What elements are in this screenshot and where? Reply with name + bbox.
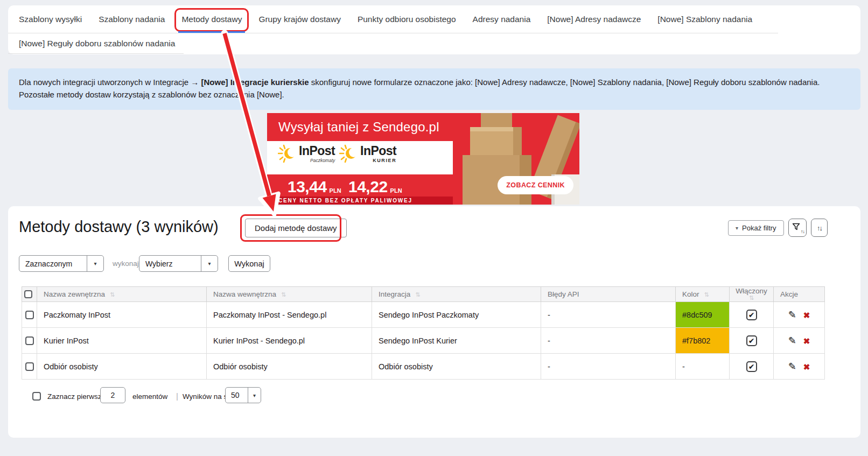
cell-integration: Sendego InPost Kurier [372,328,541,354]
inpost-sun-icon [339,144,359,164]
delivery-methods-panel: Metody dostawy (3 wyników) Dodaj metodę … [8,206,860,438]
tab-row2-divider [8,53,184,54]
cell-external-name: Odbiór osobisty [37,354,207,380]
inpost-sun-icon [278,144,297,164]
column-header-actions: Akcje [774,287,825,302]
row-checkbox[interactable] [25,362,34,371]
edit-icon[interactable]: ✎ [788,361,796,372]
cell-internal-name: Odbiór osobisty [207,354,372,380]
tab-grupy-krajow-dostawy[interactable]: Grupy krajów dostawy [258,5,340,33]
footer-separator: | [176,391,178,401]
delivery-methods-table: Nazwa zewnętrzna⇅ Nazwa wewnętrzna⇅ Inte… [22,286,824,380]
sort-icon[interactable]: ⇅ [704,291,709,298]
table-row: Paczkomaty InPost Paczkomaty InPost - Se… [22,302,825,328]
price-currency: PLN [390,187,402,194]
price-amount: 13,44 [288,179,327,195]
inpost-paczkomaty-logo: InPost Paczkomaty [278,144,335,164]
table-row: Odbiór osobisty Odbiór osobisty Odbiór o… [22,354,825,380]
tab-metody-dostawy[interactable]: Metody dostawy [181,5,242,33]
caret-down-icon: ▾ [87,256,103,271]
cell-integration: Sendego InPost Paczkomaty [372,302,541,328]
enabled-checkbox[interactable]: ✔ [746,310,757,320]
show-filters-button[interactable]: ▾ Pokaż filtry [728,220,784,236]
execute-button[interactable]: Wykonaj [228,255,270,272]
column-header-api-errors: Błędy API [541,287,676,302]
inpost-kurier-logo: InPost KURIER [339,144,396,164]
sort-icon[interactable]: ⇅ [110,291,115,298]
check-icon: ✔ [748,362,755,371]
column-header-external-name[interactable]: Nazwa zewnętrzna⇅ [37,287,207,302]
info-banner-text-bold: [Nowe] Integracje kurierskie [201,78,309,87]
tab-nowe-reguly-doboru[interactable]: [Nowe] Reguły doboru szablonów nadania [19,33,175,54]
sort-icon[interactable]: ⇅ [415,291,420,298]
delete-icon[interactable]: ✖ [803,336,810,346]
tab-szablony-wysylki[interactable]: Szablony wysyłki [19,5,82,33]
inpost-logo-text: InPost [299,145,335,157]
caret-down-icon: ▾ [201,256,218,271]
info-banner: Dla nowych integracji utworzonych w Inte… [8,68,860,110]
column-header-color[interactable]: Kolor⇅ [676,287,730,302]
add-delivery-method-button[interactable]: Dodaj metodę dostawy [245,219,347,237]
tabs-row-2: [Nowe] Reguły doboru szablonów nadania [8,33,860,54]
edit-icon[interactable]: ✎ [788,335,796,346]
tab-nowe-szablony-nadania[interactable]: [Nowe] Szablony nadania [657,5,752,33]
edit-icon[interactable]: ✎ [788,310,796,320]
inpost-logo-sub: Paczkomaty [310,158,335,163]
filter-sort-button[interactable]: ↑↓ [788,219,807,237]
per-page-select[interactable]: 50 ▾ [225,387,261,403]
select-first-checkbox[interactable] [32,392,41,401]
table-header-row: Nazwa zewnętrzna⇅ Nazwa wewnętrzna⇅ Inte… [22,287,825,302]
row-checkbox[interactable] [25,311,34,319]
elements-label: elementów [132,392,167,401]
row-checkbox[interactable] [25,336,34,345]
column-header-integration[interactable]: Integracja⇅ [372,287,541,302]
enabled-checkbox[interactable]: ✔ [746,361,757,372]
inpost-logo-text: InPost [360,145,396,157]
per-page-value: 50 [226,391,240,399]
bulk-action-value: Wybierz [139,259,172,268]
cell-internal-name: Kurier InPost - Sendego.pl [207,328,372,354]
tabs-card: Szablony wysyłki Szablony nadania Metody… [8,5,860,54]
cell-color: #8dc509 [676,302,730,328]
cell-color: - [676,354,730,380]
cell-external-name: Paczkomaty InPost [37,302,207,328]
tab-szablony-nadania[interactable]: Szablony nadania [99,5,165,33]
sort-icon[interactable]: ⇅ [281,291,286,298]
column-header-enabled[interactable]: Włączony⇅ [730,287,774,302]
tab-adresy-nadania[interactable]: Adresy nadania [473,5,531,33]
price-currency: PLN [330,187,341,194]
advertisement-banner[interactable]: Wysyłaj taniej z Sendego.pl InPost Paczk… [267,113,579,205]
select-all-checkbox[interactable] [24,290,32,298]
caret-down-icon: ▾ [736,225,738,231]
ad-price-kurier: 14,22 PLN [348,179,402,195]
page: { "icons": { "caret_down": "▾", "sort": … [0,0,868,456]
cell-internal-name: Paczkomaty InPost - Sendego.pl [207,302,372,328]
select-first-count-input[interactable] [100,387,125,403]
cardboard-box [470,127,522,155]
tab-nowe-adresy-nadawcze[interactable]: [Nowe] Adresy nadawcze [547,5,641,33]
table-row: Kurier InPost Kurier InPost - Sendego.pl… [22,328,825,354]
column-header-internal-name[interactable]: Nazwa wewnętrzna⇅ [207,287,372,302]
bulk-target-select[interactable]: Zaznaczonym ▾ [19,255,104,272]
cell-api-errors: - [541,354,676,380]
enabled-checkbox[interactable]: ✔ [746,335,757,346]
check-icon: ✔ [748,336,755,345]
sort-button[interactable]: ↑↓ [811,219,828,237]
bulk-middle-label: wykonaj [113,259,139,268]
sort-icon[interactable]: ⇅ [731,294,772,301]
price-amount: 14,22 [348,179,388,195]
check-icon: ✔ [748,311,755,319]
arrows-updown-icon: ↑↓ [817,224,822,232]
select-first-label: Zaznacz pierwsze [47,392,106,401]
cell-color: #f7b802 [676,328,730,354]
delete-icon[interactable]: ✖ [803,311,810,320]
info-banner-text-pre: Dla nowych integracji utworzonych w Inte… [19,78,201,87]
tab-punkty-odbioru-osobistego[interactable]: Punkty odbioru osobistego [358,5,456,33]
show-filters-label: Pokaż filtry [742,224,776,232]
ad-cta-button[interactable]: ZOBACZ CENNIK [498,176,573,194]
delete-icon[interactable]: ✖ [803,362,810,371]
cell-external-name: Kurier InPost [37,328,207,354]
funnel-sort-icon: ↑↓ [792,222,803,233]
ad-headline: Wysyłaj taniej z Sendego.pl [278,120,439,135]
bulk-action-select[interactable]: Wybierz ▾ [139,255,218,272]
